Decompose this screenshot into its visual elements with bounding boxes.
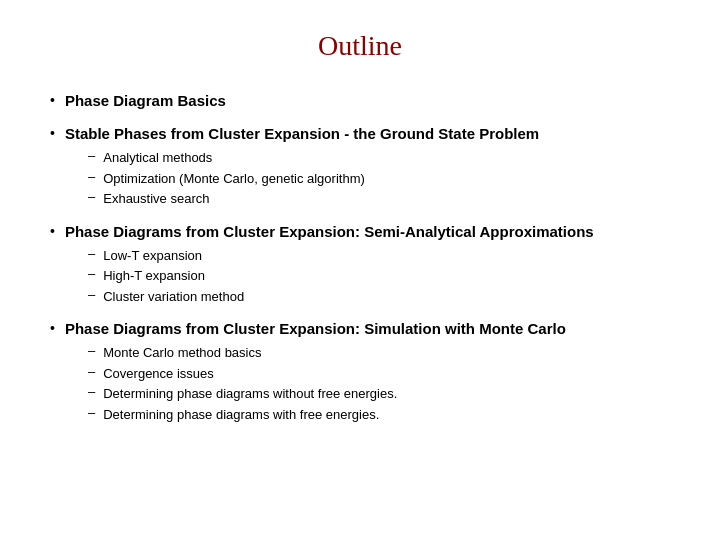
sub-dash-4-1: – xyxy=(88,343,95,358)
sub-text-4-1: Monte Carlo method basics xyxy=(103,343,261,363)
bullet-item-3: • Phase Diagrams from Cluster Expansion:… xyxy=(50,221,670,242)
sub-dash-2-3: – xyxy=(88,189,95,204)
bullet-dot-1: • xyxy=(50,92,55,108)
bullet-text-4: Phase Diagrams from Cluster Expansion: S… xyxy=(65,318,566,339)
sub-item-4-3: – Determining phase diagrams without fre… xyxy=(88,384,670,404)
section-2: • Stable Phases from Cluster Expansion -… xyxy=(50,123,670,213)
bullet-item-4: • Phase Diagrams from Cluster Expansion:… xyxy=(50,318,670,339)
sub-dash-4-4: – xyxy=(88,405,95,420)
sub-list-3: – Low-T expansion – High-T expansion – C… xyxy=(88,246,670,307)
sub-text-4-4: Determining phase diagrams with free ene… xyxy=(103,405,379,425)
sub-item-2-3: – Exhaustive search xyxy=(88,189,670,209)
sub-text-4-2: Covergence issues xyxy=(103,364,214,384)
bullet-text-1: Phase Diagram Basics xyxy=(65,90,226,111)
sub-dash-2-1: – xyxy=(88,148,95,163)
section-1: • Phase Diagram Basics xyxy=(50,90,670,115)
sub-item-2-2: – Optimization (Monte Carlo, genetic alg… xyxy=(88,169,670,189)
sub-item-4-2: – Covergence issues xyxy=(88,364,670,384)
sub-dash-4-2: – xyxy=(88,364,95,379)
bullet-item-1: • Phase Diagram Basics xyxy=(50,90,670,111)
sub-item-3-1: – Low-T expansion xyxy=(88,246,670,266)
sub-dash-3-3: – xyxy=(88,287,95,302)
sub-text-3-2: High-T expansion xyxy=(103,266,205,286)
sub-item-4-4: – Determining phase diagrams with free e… xyxy=(88,405,670,425)
sub-item-2-1: – Analytical methods xyxy=(88,148,670,168)
sub-text-3-3: Cluster variation method xyxy=(103,287,244,307)
bullet-dot-2: • xyxy=(50,125,55,141)
bullet-dot-3: • xyxy=(50,223,55,239)
bullet-text-3: Phase Diagrams from Cluster Expansion: S… xyxy=(65,221,594,242)
sub-dash-3-2: – xyxy=(88,266,95,281)
bullet-dot-4: • xyxy=(50,320,55,336)
sub-item-3-3: – Cluster variation method xyxy=(88,287,670,307)
sub-text-2-3: Exhaustive search xyxy=(103,189,209,209)
section-4: • Phase Diagrams from Cluster Expansion:… xyxy=(50,318,670,428)
sub-text-4-3: Determining phase diagrams without free … xyxy=(103,384,397,404)
sub-text-2-1: Analytical methods xyxy=(103,148,212,168)
sub-text-3-1: Low-T expansion xyxy=(103,246,202,266)
bullet-item-2: • Stable Phases from Cluster Expansion -… xyxy=(50,123,670,144)
sub-item-3-2: – High-T expansion xyxy=(88,266,670,286)
section-3: • Phase Diagrams from Cluster Expansion:… xyxy=(50,221,670,311)
sub-text-2-2: Optimization (Monte Carlo, genetic algor… xyxy=(103,169,365,189)
sub-dash-4-3: – xyxy=(88,384,95,399)
sub-dash-3-1: – xyxy=(88,246,95,261)
sub-list-4: – Monte Carlo method basics – Covergence… xyxy=(88,343,670,424)
sub-dash-2-2: – xyxy=(88,169,95,184)
slide-title: Outline xyxy=(50,30,670,62)
slide: Outline • Phase Diagram Basics • Stable … xyxy=(0,0,720,540)
content-area: • Phase Diagram Basics • Stable Phases f… xyxy=(50,90,670,510)
sub-list-2: – Analytical methods – Optimization (Mon… xyxy=(88,148,670,209)
bullet-text-2: Stable Phases from Cluster Expansion - t… xyxy=(65,123,539,144)
sub-item-4-1: – Monte Carlo method basics xyxy=(88,343,670,363)
